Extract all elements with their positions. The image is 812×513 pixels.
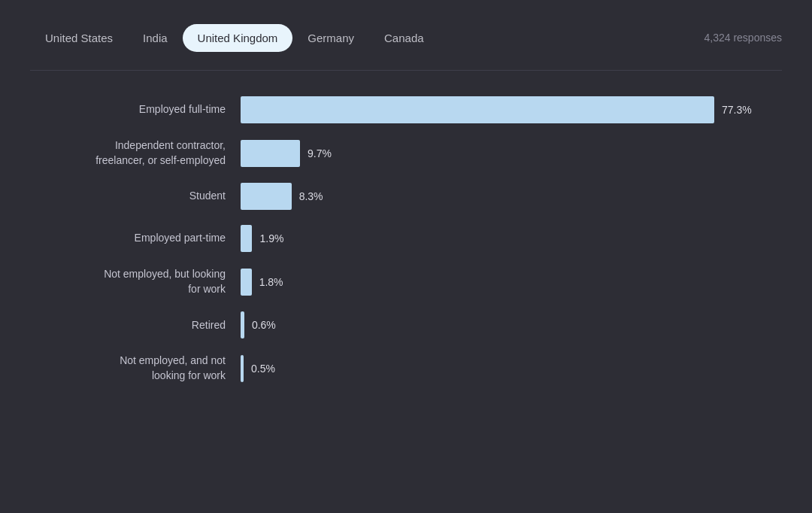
bar-label: Not employed, and notlooking for work: [30, 354, 241, 383]
filter-tag-canada[interactable]: Canada: [369, 24, 439, 52]
bar-fill: [241, 269, 252, 296]
filter-tag-germany[interactable]: Germany: [292, 24, 369, 52]
bar-value: 0.6%: [252, 319, 276, 331]
filter-tag-india[interactable]: India: [128, 24, 183, 52]
chart-row: Independent contractor,freelancer, or se…: [30, 138, 782, 168]
bar-value: 0.5%: [251, 363, 275, 375]
filter-tag-united-kingdom[interactable]: United Kingdom: [183, 24, 293, 52]
bar-value: 8.3%: [299, 190, 323, 202]
bar-label: Not employed, but lookingfor work: [30, 267, 241, 296]
bar-label: Employed full-time: [30, 102, 241, 117]
bar-area: 77.3%: [241, 96, 782, 123]
bar-value: 1.8%: [259, 276, 283, 288]
bar-label: Retired: [30, 318, 241, 333]
bar-fill: [241, 311, 244, 338]
main-container: United StatesIndiaUnited KingdomGermanyC…: [0, 0, 812, 414]
bar-value: 77.3%: [722, 104, 752, 116]
bar-area: 0.6%: [241, 311, 782, 338]
bar-area: 1.9%: [241, 225, 782, 252]
chart-row: Employed full-time77.3%: [30, 96, 782, 123]
bar-value: 1.9%: [259, 232, 283, 244]
bar-value: 9.7%: [308, 147, 332, 159]
bar-area: 9.7%: [241, 140, 782, 167]
bar-label: Employed part-time: [30, 231, 241, 246]
bar-fill: [241, 96, 714, 123]
bar-area: 8.3%: [241, 183, 782, 210]
section-divider: [30, 70, 782, 71]
filter-tags: United StatesIndiaUnited KingdomGermanyC…: [30, 24, 704, 52]
bar-label: Independent contractor,freelancer, or se…: [30, 138, 241, 168]
bar-fill: [241, 225, 252, 252]
chart-row: Not employed, and notlooking for work0.5…: [30, 354, 782, 383]
chart-container: Employed full-time77.3%Independent contr…: [30, 89, 782, 384]
chart-row: Not employed, but lookingfor work1.8%: [30, 267, 782, 296]
filter-row: United StatesIndiaUnited KingdomGermanyC…: [30, 24, 782, 52]
bar-area: 0.5%: [241, 355, 782, 382]
bar-label: Student: [30, 189, 241, 204]
chart-row: Retired0.6%: [30, 311, 782, 338]
bar-fill: [241, 140, 300, 167]
filter-tag-united-states[interactable]: United States: [30, 24, 128, 52]
bar-fill: [241, 183, 292, 210]
bar-fill: [241, 355, 244, 382]
chart-row: Employed part-time1.9%: [30, 225, 782, 252]
bar-area: 1.8%: [241, 269, 782, 296]
responses-count: 4,324 responses: [704, 24, 782, 44]
chart-row: Student8.3%: [30, 183, 782, 210]
